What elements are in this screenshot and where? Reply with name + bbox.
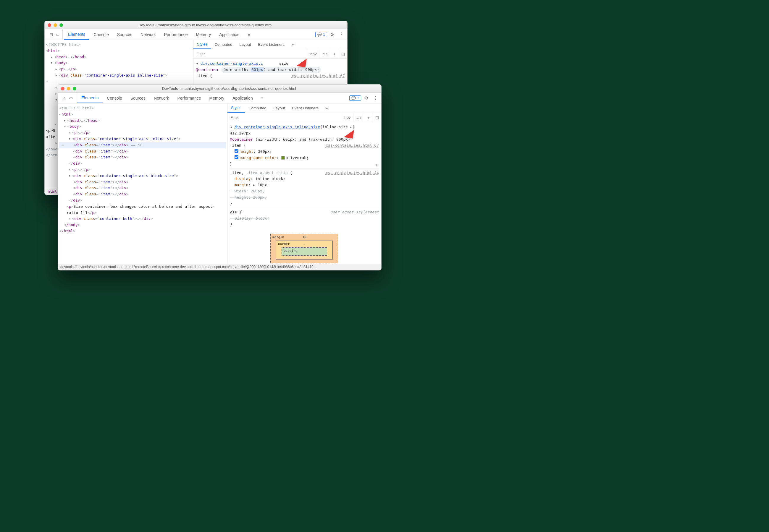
styles-filter-input[interactable] xyxy=(193,49,307,59)
tab-sources[interactable]: Sources xyxy=(126,93,150,103)
main-tabs: Elements Console Sources Network Perform… xyxy=(77,93,267,103)
tab-elements[interactable]: Elements xyxy=(64,29,89,40)
status-bar: devtools://devtools/bundled/devtools_app… xyxy=(58,264,381,270)
close-dot[interactable] xyxy=(48,23,51,27)
min-dot[interactable] xyxy=(54,23,57,27)
subtab-computed[interactable]: Computed xyxy=(245,103,270,113)
gear-icon[interactable]: ⚙ xyxy=(328,32,336,37)
source-link[interactable]: css-contain…ies.html:67 xyxy=(326,142,379,149)
dom-tree[interactable]: <!DOCTYPE html> <html> <head>…</head> <b… xyxy=(58,103,227,264)
window-title: DevTools - mathiasbynens.github.io/css-d… xyxy=(67,23,344,27)
subtab-styles[interactable]: Styles xyxy=(227,103,245,113)
selected-node[interactable]: ⋯ <div class="item"></div> == $0 xyxy=(59,142,226,148)
inspect-icon[interactable]: ◰ xyxy=(63,96,66,100)
subtab-event[interactable]: Event Listeners xyxy=(254,40,288,49)
device-icon[interactable]: ▭ xyxy=(56,32,59,37)
window-title: DevTools - mathiasbynens.github.io/css-d… xyxy=(80,86,378,91)
tabs-overflow-icon[interactable]: » xyxy=(244,29,254,40)
main-tabs: Elements Console Sources Network Perform… xyxy=(64,29,254,40)
hov-button[interactable]: :hov xyxy=(307,49,319,59)
tab-performance[interactable]: Performance xyxy=(160,29,192,40)
panel-toggle-icon[interactable]: ◫ xyxy=(339,49,347,59)
messages-badge[interactable]: 💬 1 xyxy=(349,95,361,101)
main-toolbar: ◰ ▭ Elements Console Sources Network Per… xyxy=(58,93,381,103)
traffic-lights[interactable] xyxy=(48,23,63,27)
styles-filter-input[interactable] xyxy=(227,113,341,122)
styles-panel[interactable]: → div.container-single-axis.inline-size(… xyxy=(227,122,381,264)
new-rule-button[interactable]: ＋ xyxy=(364,113,373,122)
subtab-event[interactable]: Event Listeners xyxy=(288,103,322,113)
titlebar: DevTools - mathiasbynens.github.io/css-d… xyxy=(45,21,347,29)
tab-memory[interactable]: Memory xyxy=(192,29,215,40)
close-dot[interactable] xyxy=(61,87,64,90)
subtab-computed[interactable]: Computed xyxy=(211,40,236,49)
inspect-icon[interactable]: ◰ xyxy=(49,32,53,37)
red-arrow-icon xyxy=(289,59,310,70)
add-property-icon[interactable]: ＋ xyxy=(374,161,379,169)
main-toolbar: ◰ ▭ Elements Console Sources Network Per… xyxy=(45,29,347,40)
kebab-icon[interactable]: ⋮ xyxy=(371,95,379,101)
container-link[interactable]: div.container-single-axis.i xyxy=(200,61,263,66)
cls-button[interactable]: .cls xyxy=(353,113,364,122)
color-swatch[interactable] xyxy=(281,156,285,160)
tab-application[interactable]: Application xyxy=(228,93,257,103)
tab-performance[interactable]: Performance xyxy=(173,93,205,103)
ua-stylesheet: user agent stylesheet xyxy=(330,209,379,215)
prop-toggle[interactable] xyxy=(234,149,238,153)
device-icon[interactable]: ▭ xyxy=(69,96,73,100)
container-link[interactable]: div.container-single-axis.inline-size xyxy=(234,125,320,129)
messages-badge[interactable]: 💬 1 xyxy=(315,32,327,37)
max-dot[interactable] xyxy=(59,23,63,27)
min-dot[interactable] xyxy=(67,87,70,90)
subtab-layout[interactable]: Layout xyxy=(236,40,254,49)
tabs-overflow-icon[interactable]: » xyxy=(257,93,268,103)
max-dot[interactable] xyxy=(73,87,76,90)
tab-network[interactable]: Network xyxy=(150,93,173,103)
gear-icon[interactable]: ⚙ xyxy=(362,95,370,101)
prop-toggle[interactable] xyxy=(234,155,238,159)
source-link[interactable]: css-contain…ies.html:44 xyxy=(326,170,379,176)
subtabs-overflow-icon[interactable]: » xyxy=(322,103,331,113)
hov-button[interactable]: :hov xyxy=(341,113,353,122)
tab-console[interactable]: Console xyxy=(89,29,113,40)
subtab-layout[interactable]: Layout xyxy=(270,103,288,113)
tab-network[interactable]: Network xyxy=(136,29,160,40)
styles-subtabs: Styles Computed Layout Event Listeners » xyxy=(193,40,347,49)
tab-console[interactable]: Console xyxy=(103,93,126,103)
tab-elements[interactable]: Elements xyxy=(77,93,103,103)
tab-sources[interactable]: Sources xyxy=(113,29,136,40)
tab-application[interactable]: Application xyxy=(215,29,244,40)
red-arrow-icon xyxy=(337,122,357,141)
tab-memory[interactable]: Memory xyxy=(205,93,229,103)
cls-button[interactable]: .cls xyxy=(319,49,330,59)
subtab-styles[interactable]: Styles xyxy=(193,40,211,49)
styles-subtabs: Styles Computed Layout Event Listeners » xyxy=(227,103,381,113)
titlebar: DevTools - mathiasbynens.github.io/css-d… xyxy=(58,85,381,93)
panel-toggle-icon[interactable]: ◫ xyxy=(373,113,381,122)
new-rule-button[interactable]: ＋ xyxy=(330,49,339,59)
subtabs-overflow-icon[interactable]: » xyxy=(288,40,297,49)
traffic-lights[interactable] xyxy=(61,87,76,90)
kebab-icon[interactable]: ⋮ xyxy=(337,32,345,37)
source-link[interactable]: css-contain…ies.html:67 xyxy=(292,73,345,79)
box-model[interactable]: margin 10 border - padding - xyxy=(270,234,338,263)
